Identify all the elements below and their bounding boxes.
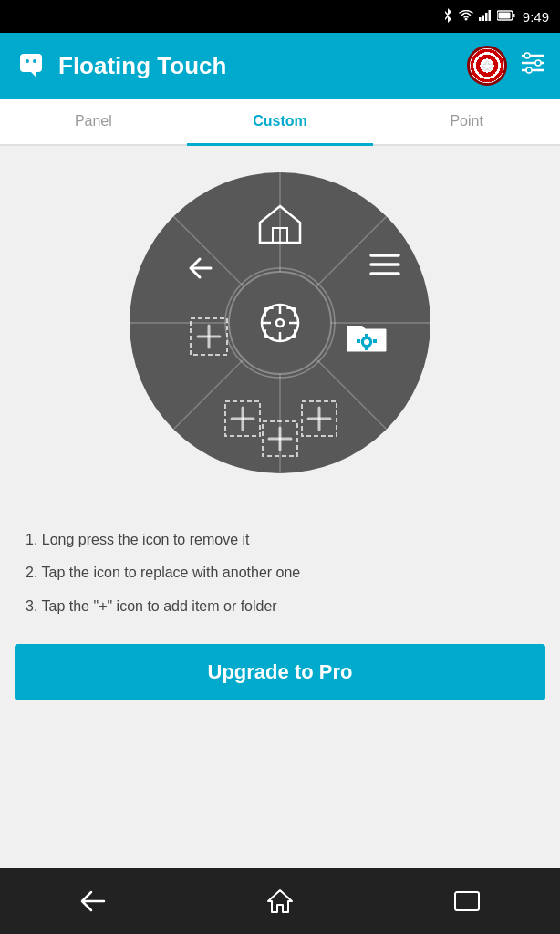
svg-point-8: [26, 59, 29, 63]
svg-point-36: [364, 339, 369, 345]
radial-menu-svg: [125, 168, 435, 478]
tab-custom[interactable]: Custom: [187, 99, 374, 144]
profile-avatar[interactable]: [467, 46, 507, 86]
status-bar: 9:49: [0, 0, 560, 33]
upgrade-button[interactable]: Upgrade to Pro: [15, 644, 545, 700]
app-header: Floating Touch: [0, 33, 560, 99]
svg-rect-2: [482, 15, 484, 21]
signal-icon: [479, 10, 492, 24]
svg-rect-6: [513, 14, 514, 17]
svg-rect-3: [485, 13, 488, 21]
svg-rect-4: [488, 10, 491, 21]
svg-rect-1: [479, 17, 482, 21]
status-icons: [442, 8, 515, 26]
svg-rect-57: [455, 892, 479, 910]
svg-point-13: [524, 53, 530, 58]
svg-rect-39: [357, 339, 360, 343]
svg-rect-37: [365, 334, 368, 337]
instruction-2: 2. Tap the icon to replace with another …: [26, 563, 534, 583]
svg-point-14: [535, 60, 541, 66]
app-title: Floating Touch: [58, 52, 467, 80]
back-nav-button[interactable]: [66, 874, 120, 929]
tab-panel[interactable]: Panel: [0, 99, 187, 144]
folder-segment-icon: [347, 326, 386, 351]
filter-icon[interactable]: [520, 52, 545, 79]
bottom-nav: [0, 868, 560, 934]
instruction-3: 3. Tap the "+" icon to add item or folde…: [26, 597, 534, 617]
svg-point-9: [33, 59, 36, 63]
wifi-icon: [459, 10, 473, 24]
svg-rect-7: [498, 12, 510, 18]
tab-bar: Panel Custom Point: [0, 99, 560, 146]
svg-point-0: [464, 17, 467, 20]
bluetooth-icon: [442, 8, 453, 26]
svg-rect-40: [373, 339, 377, 343]
recents-nav-button[interactable]: [440, 874, 494, 929]
content-divider: [0, 493, 560, 493]
svg-point-50: [229, 272, 331, 374]
main-content: 1. Long press the icon to remove it 2. T…: [0, 146, 560, 868]
header-actions: [467, 46, 545, 86]
tab-point[interactable]: Point: [373, 99, 560, 144]
instruction-1: 1. Long press the icon to remove it: [26, 530, 534, 550]
instructions-section: 1. Long press the icon to remove it 2. T…: [0, 508, 560, 644]
home-nav-button[interactable]: [253, 874, 307, 929]
radial-menu-container: [125, 168, 435, 478]
svg-rect-38: [365, 347, 368, 350]
app-logo-icon: [15, 47, 47, 86]
svg-point-15: [526, 67, 532, 73]
status-time: 9:49: [523, 9, 549, 25]
battery-icon: [497, 10, 515, 24]
